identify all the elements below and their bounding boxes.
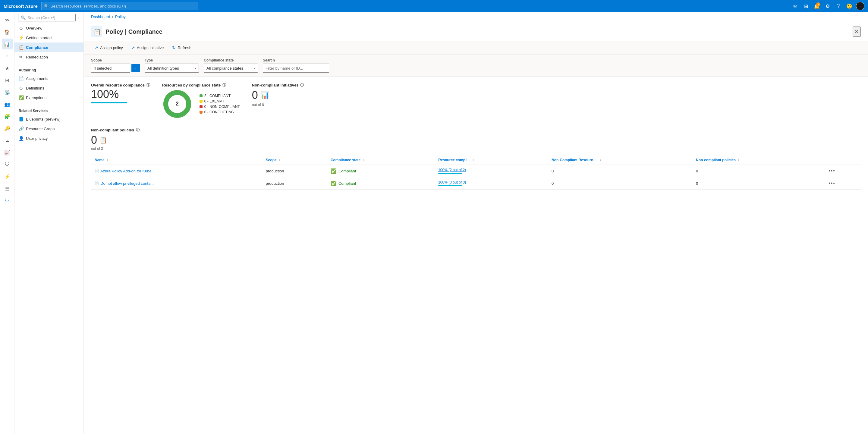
scope-label: Scope	[91, 58, 140, 62]
list-icon[interactable]: ≡	[2, 51, 13, 61]
compliant-icon-0: ✅	[331, 168, 337, 174]
assign-initiative-button[interactable]: ↗ Assign initiative	[128, 43, 167, 52]
scope-input[interactable]	[91, 64, 130, 73]
compliance-icon: 📋	[19, 45, 24, 50]
table-row: 📄 Do not allow privileged conta... produ…	[91, 177, 861, 190]
search-filter: Search	[263, 58, 329, 73]
home-icon[interactable]: 🏠	[2, 27, 13, 37]
legend-dot-conflicting	[199, 111, 203, 114]
resource-compliance-link-1[interactable]: 100% (0 out of 0)	[438, 180, 544, 184]
legend-non-compliant: 0 - NON-COMPLIANT	[199, 104, 240, 109]
type-select[interactable]: All definition types	[145, 64, 199, 73]
bolt-icon[interactable]: ⚡	[2, 171, 13, 182]
scope-select-wrap: ⋯	[91, 64, 140, 73]
assign-policy-icon: ↗	[95, 45, 98, 50]
col-non-compliant-policies[interactable]: Non-compliant policies ↑↓	[692, 156, 825, 165]
services-icon[interactable]: ⊞	[2, 75, 13, 86]
scope-more-btn[interactable]: ⋯	[131, 64, 140, 72]
nav-divider-1	[19, 63, 79, 63]
type-label: Type	[145, 58, 199, 62]
cell-name-0: 📄 Azure Policy Add-on for Kube...	[91, 165, 262, 177]
refresh-button[interactable]: ↻ Refresh	[168, 43, 195, 52]
feedback-icon[interactable]: 🙂	[845, 2, 854, 10]
cell-name-1: 📄 Do not allow privileged conta...	[91, 177, 262, 190]
filters-row: Scope ⋯ Type All definition types Compli…	[84, 55, 868, 76]
policy-name-link-0[interactable]: Azure Policy Add-on for Kube...	[100, 169, 155, 173]
name-id-search-input[interactable]	[263, 64, 329, 73]
global-search[interactable]: 🔍	[41, 2, 198, 10]
page-title-area: 📋 Policy | Compliance	[91, 26, 162, 37]
sidebar-item-overview[interactable]: ⊙ Overview	[14, 23, 84, 33]
sidebar-item-remediation[interactable]: ✏ Remediation	[14, 52, 84, 62]
type-filter: Type All definition types	[145, 58, 199, 73]
col-compliance-state[interactable]: Compliance state ↑↓	[327, 156, 435, 165]
overall-compliance-value: 100%	[91, 89, 150, 100]
sidebar-item-assignments[interactable]: 📄 Assignments	[14, 73, 84, 83]
sidebar-item-compliance[interactable]: 📋 Compliance	[14, 42, 84, 52]
sidebar-item-getting-started[interactable]: ⚡ Getting started	[14, 33, 84, 42]
analytics-icon[interactable]: 📈	[2, 147, 13, 158]
help-icon[interactable]: ?	[834, 2, 843, 10]
policies-info-icon[interactable]: ⓘ	[136, 127, 140, 133]
sidebar-item-resource-graph[interactable]: 🔗 Resource Graph	[14, 124, 84, 133]
sidebar-item-definitions[interactable]: ⊙ Definitions	[14, 83, 84, 93]
assign-policy-button[interactable]: ↗ Assign policy	[91, 43, 127, 52]
col-scope[interactable]: Scope ↑↓	[262, 156, 327, 165]
donut-info-icon[interactable]: ⓘ	[222, 83, 226, 88]
remediation-icon: ✏	[19, 55, 24, 59]
shield-icon[interactable]: 🛡	[2, 159, 13, 170]
compliance-state-text-1: Compliant	[338, 181, 356, 186]
email-icon[interactable]: ✉	[791, 2, 799, 10]
policy-name-link-1[interactable]: Do not allow privileged conta...	[100, 181, 154, 186]
close-button[interactable]: ✕	[852, 27, 861, 37]
assignments-icon: 📄	[19, 76, 24, 81]
monitor-icon[interactable]: 📡	[2, 87, 13, 98]
settings-icon[interactable]: ⚙	[824, 2, 832, 10]
policies-section: Non-compliant policies ⓘ 0 📋 out of 2	[91, 127, 861, 151]
col-non-compliant-resources[interactable]: Non-Compliant Resourc... ↑↓	[548, 156, 692, 165]
breadcrumb-policy[interactable]: Policy	[115, 14, 126, 19]
legend-conflicting: 0 - CONFLICTING	[199, 110, 240, 114]
col-resource-compliance[interactable]: Resource compli... ↑↓	[435, 156, 548, 165]
expand-icon[interactable]: ≫	[2, 14, 13, 25]
notification-icon[interactable]: 🔔 3	[812, 2, 821, 10]
sidebar-item-user-privacy[interactable]: 👤 User privacy	[14, 133, 84, 143]
initiatives-number: 0	[252, 89, 258, 101]
type-select-wrap: All definition types	[145, 64, 199, 73]
related-section-header: Related Services	[14, 105, 84, 114]
nav-search-input[interactable]	[27, 16, 73, 20]
compliance-state-filter: Compliance state All compliance states	[204, 58, 258, 73]
policies-number: 0	[91, 134, 97, 147]
overall-info-icon[interactable]: ⓘ	[147, 83, 150, 88]
users-icon[interactable]: 👥	[2, 99, 13, 110]
toolbar: ↗ Assign policy ↗ Assign initiative ↻ Re…	[84, 41, 868, 55]
initiatives-info-icon[interactable]: ⓘ	[300, 83, 304, 88]
puzzle-icon[interactable]: 🧩	[2, 111, 13, 122]
sidebar-item-blueprints[interactable]: 📘 Blueprints (preview)	[14, 114, 84, 124]
cloud-icon[interactable]: ☁	[2, 135, 13, 146]
security-shield-icon[interactable]: 🛡	[2, 195, 13, 206]
compliance-bar-0	[438, 173, 462, 174]
search-input[interactable]	[51, 4, 195, 8]
star-icon[interactable]: ★	[2, 63, 13, 73]
compliance-state-select[interactable]: All compliance states	[204, 64, 258, 73]
sidebar-icons: ≫ 🏠 📊 ≡ ★ ⊞ 📡 👥 🧩 🔑 ☁ 📈 🛡 ⚡ ☰ 🛡	[0, 12, 14, 434]
sidebar-item-exemptions[interactable]: ✅ Exemptions	[14, 93, 84, 102]
col-name[interactable]: Name ↑↓	[91, 156, 262, 165]
key-icon[interactable]: 🔑	[2, 123, 13, 134]
resource-compliance-link-0[interactable]: 100% (2 out of 2)	[438, 168, 544, 172]
definitions-icon: ⊙	[19, 86, 24, 90]
policies-sub: out of 2	[91, 147, 861, 151]
table-row: 📄 Azure Policy Add-on for Kube... produc…	[91, 165, 861, 177]
cell-resource-compliance-0: 100% (2 out of 2)	[435, 165, 548, 177]
avatar[interactable]	[856, 2, 864, 10]
dashboard-icon[interactable]: 📊	[2, 38, 13, 50]
scope-sort-icon: ↑↓	[279, 158, 282, 162]
row-more-btn-0[interactable]: •••	[829, 168, 835, 173]
menu-icon[interactable]: ☰	[2, 183, 13, 194]
collapse-nav-btn[interactable]: «	[77, 16, 80, 20]
nav-search[interactable]: 🔍	[18, 14, 76, 22]
portal-menu-icon[interactable]: ⊞	[802, 2, 810, 10]
breadcrumb-dashboard[interactable]: Dashboard	[91, 14, 110, 19]
row-more-btn-1[interactable]: •••	[829, 181, 835, 186]
